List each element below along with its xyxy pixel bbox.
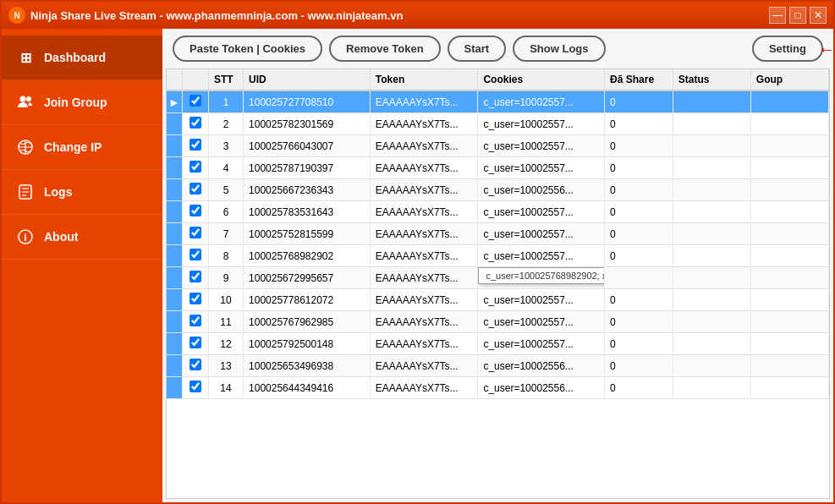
table-row[interactable]: ►1100025727708510EAAAAAYsX7Ts...c_user=1… — [167, 90, 829, 113]
row-stt: 8 — [209, 245, 244, 267]
table-row[interactable]: 5100025667236343EAAAAAYsX7Ts...c_user=10… — [167, 179, 829, 201]
sidebar: ⊞ Dashboard Join Group — [2, 29, 162, 502]
row-indicator-cell — [167, 135, 182, 157]
row-status — [673, 157, 750, 179]
row-status — [673, 289, 750, 311]
row-stt: 12 — [209, 333, 244, 355]
show-logs-button[interactable]: Show Logs — [513, 36, 605, 62]
row-share: 0 — [605, 333, 673, 355]
table-row[interactable]: 12100025792500148EAAAAAYsX7Ts...c_user=1… — [167, 333, 829, 355]
sidebar-item-change-ip[interactable]: Change IP — [2, 125, 162, 170]
table-row[interactable]: 14100025644349416EAAAAAYsX7Ts...c_user=1… — [167, 377, 829, 399]
row-share: 0 — [605, 311, 673, 333]
row-checkbox[interactable] — [190, 293, 201, 304]
row-stt: 10 — [209, 289, 244, 311]
row-checkbox[interactable] — [190, 337, 201, 348]
remove-token-button[interactable]: Remove Token — [329, 36, 441, 62]
row-status — [673, 267, 750, 289]
row-uid: 100025667236343 — [244, 179, 371, 201]
row-uid: 100025778612072 — [244, 289, 371, 311]
row-group — [750, 157, 828, 179]
row-cookies: c_user=10002556... — [478, 377, 605, 399]
restore-button[interactable]: □ — [789, 7, 806, 24]
table-row[interactable]: 3100025766043007EAAAAAYsX7Ts...c_user=10… — [167, 135, 829, 157]
row-token: EAAAAAYsX7Ts... — [370, 333, 478, 355]
sidebar-item-logs[interactable]: Logs — [2, 170, 162, 215]
row-checkbox-cell — [182, 267, 208, 289]
row-uid: 100025787190397 — [244, 157, 371, 179]
row-group — [750, 333, 828, 355]
row-indicator-cell — [167, 201, 182, 223]
row-cookies: c_user=10002557... — [478, 223, 605, 245]
table-row[interactable]: 11100025767962985EAAAAAYsX7Ts...c_user=1… — [167, 311, 829, 333]
row-checkbox[interactable] — [190, 95, 201, 107]
close-button[interactable]: ✕ — [810, 7, 827, 24]
row-checkbox[interactable] — [190, 249, 201, 260]
row-stt: 14 — [209, 377, 244, 399]
sidebar-item-join-group[interactable]: Join Group — [2, 80, 162, 125]
row-stt: 9 — [209, 267, 244, 289]
svg-point-0 — [20, 96, 26, 102]
row-stt: 1 — [209, 90, 244, 113]
th-uid: UID — [244, 69, 371, 90]
row-token: EAAAAAYsX7Ts... — [370, 223, 478, 245]
table-row[interactable]: 2100025782301569EAAAAAYsX7Ts...c_user=10… — [167, 113, 829, 135]
dashboard-icon: ⊞ — [15, 47, 36, 68]
row-token: EAAAAAYsX7Ts... — [370, 355, 478, 377]
table-row[interactable]: 8100025768982902EAAAAAYsX7Ts...c_user=10… — [167, 245, 829, 267]
row-group — [750, 267, 828, 289]
row-cookies: c_user=10002557... — [478, 113, 605, 135]
row-share: 0 — [605, 201, 673, 223]
table-row[interactable]: 9100025672995657EAAAAAYsX7Ts...c_user=10… — [167, 267, 829, 289]
row-uid: 100025727708510 — [244, 90, 371, 113]
row-checkbox[interactable] — [190, 315, 201, 326]
row-token: EAAAAAYsX7Ts... — [370, 157, 478, 179]
row-checkbox[interactable] — [190, 271, 201, 282]
row-checkbox-cell — [182, 245, 208, 267]
row-share: 0 — [605, 245, 673, 267]
row-checkbox[interactable] — [190, 161, 201, 173]
sidebar-item-dashboard[interactable]: ⊞ Dashboard — [2, 36, 162, 80]
row-cookies-tooltip: c_user=10002557...c_user=100025768982902… — [478, 267, 605, 289]
row-token: EAAAAAYsX7Ts... — [370, 201, 478, 223]
row-group — [750, 289, 828, 311]
row-checkbox[interactable] — [190, 359, 201, 370]
window-title: Ninja Share Live Stream - www.phanmemnin… — [30, 9, 403, 22]
th-status: Status — [673, 69, 750, 90]
sidebar-label-dashboard: Dashboard — [44, 51, 106, 64]
table-row[interactable]: 7100025752815599EAAAAAYsX7Ts...c_user=10… — [167, 223, 829, 245]
sidebar-label-logs: Logs — [44, 185, 72, 199]
th-checkbox — [182, 69, 208, 90]
row-share: 0 — [605, 135, 673, 157]
row-checkbox[interactable] — [190, 205, 201, 216]
logs-icon — [15, 182, 36, 202]
row-uid: 100025653496938 — [244, 355, 371, 377]
row-cookies: c_user=10002557... — [478, 333, 605, 355]
row-checkbox-cell — [182, 223, 208, 245]
row-cookies: c_user=10002556... — [478, 179, 605, 201]
paste-token-button[interactable]: Paste Token | Cookies — [173, 36, 322, 62]
main-window: N Ninja Share Live Stream - www.phanmemn… — [0, 0, 835, 504]
minimize-button[interactable]: — — [769, 7, 786, 24]
row-status — [673, 135, 750, 157]
row-group — [750, 135, 828, 157]
th-stt: STT — [209, 69, 244, 90]
start-button[interactable]: Start — [448, 36, 507, 62]
table-row[interactable]: 4100025787190397EAAAAAYsX7Ts...c_user=10… — [167, 157, 829, 179]
row-checkbox[interactable] — [190, 183, 201, 194]
row-checkbox[interactable] — [190, 227, 201, 238]
row-status — [673, 311, 750, 333]
row-cookies: c_user=10002557... — [478, 90, 605, 113]
toolbar: Paste Token | Cookies Remove Token Start… — [162, 29, 833, 68]
row-checkbox[interactable] — [190, 381, 201, 392]
table-row[interactable]: 6100025783531643EAAAAAYsX7Ts...c_user=10… — [167, 201, 829, 223]
row-checkbox[interactable] — [190, 139, 201, 151]
row-status — [673, 355, 750, 377]
setting-button[interactable]: Setting — [752, 36, 823, 62]
table-row[interactable]: 13100025653496938EAAAAAYsX7Ts...c_user=1… — [167, 355, 829, 377]
table-row[interactable]: 10100025778612072EAAAAAYsX7Ts...c_user=1… — [167, 289, 829, 311]
sidebar-item-about[interactable]: i About — [2, 215, 162, 260]
row-group — [750, 223, 828, 245]
row-checkbox[interactable] — [190, 117, 201, 129]
svg-text:i: i — [24, 232, 26, 244]
